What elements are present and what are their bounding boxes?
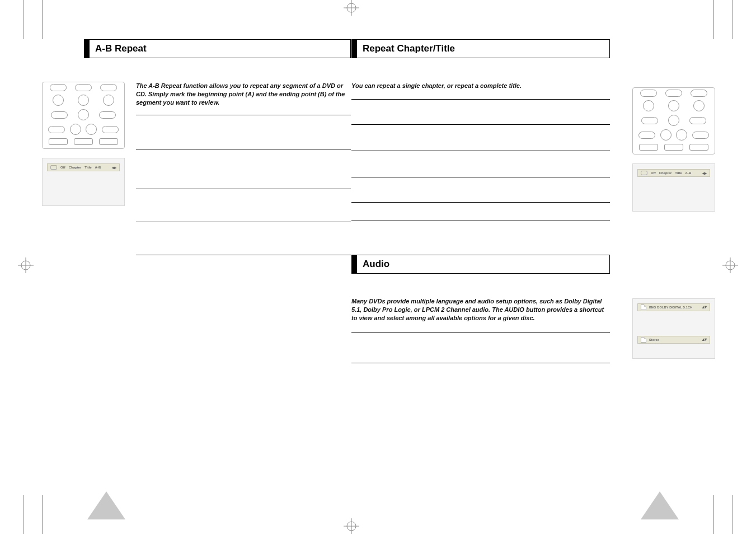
step-rule <box>136 222 351 222</box>
section-title-repeat-chapter: Repeat Chapter/Title <box>351 39 610 58</box>
section-title-ab-repeat: A-B Repeat <box>84 39 351 58</box>
step-rule <box>351 332 610 332</box>
crop-mark <box>713 495 714 534</box>
step-rule <box>136 189 351 189</box>
step-rule <box>351 363 610 363</box>
audio-osd-line-2: Stereo <box>649 338 659 341</box>
crop-mark <box>24 0 24 39</box>
repeat-intro: You can repeat a single chapter, or repe… <box>351 82 610 90</box>
registration-mark-icon <box>18 257 34 273</box>
remote-illustration <box>632 87 715 154</box>
up-down-arrow-icon: ▴▾ <box>702 305 707 310</box>
step-rule <box>351 151 610 151</box>
osd-title: Title <box>675 171 682 175</box>
crop-mark <box>732 0 732 39</box>
section-title-audio: Audio <box>351 255 610 274</box>
osd-screenshot: Off Chapter Title A-B ◂▸ <box>632 163 715 212</box>
page-marker-triangle-icon <box>87 491 125 519</box>
osd-chapter: Chapter <box>69 166 82 169</box>
repeat-icon <box>50 165 57 170</box>
audio-page-icon <box>641 305 646 310</box>
title-text: A-B Repeat <box>95 43 147 54</box>
crop-mark <box>713 0 714 39</box>
up-down-arrow-icon: ▴▾ <box>702 337 707 342</box>
audio-intro: Many DVDs provide multiple language and … <box>351 297 610 322</box>
step-rule <box>136 149 351 149</box>
step-rule <box>351 124 610 125</box>
title-text: Audio <box>363 259 389 269</box>
registration-mark-icon <box>344 0 359 16</box>
repeat-icon <box>641 171 647 175</box>
remote-illustration <box>42 82 125 149</box>
crop-mark <box>732 495 732 534</box>
step-rule <box>136 115 351 115</box>
audio-osd-line-1: ENG DOLBY DIGITAL 5.1CH <box>649 306 692 309</box>
step-rule <box>351 99 610 100</box>
crop-mark <box>24 495 24 534</box>
crop-mark <box>42 495 43 534</box>
step-rule <box>351 202 610 203</box>
osd-screenshot: Off Chapter Title A-B ◂▸ <box>42 158 125 206</box>
ab-repeat-intro: The A-B Repeat function allows you to re… <box>136 82 351 107</box>
osd-title: Title <box>84 166 91 169</box>
step-rule <box>351 221 610 221</box>
audio-osd-screenshot: ENG DOLBY DIGITAL 5.1CH ▴▾ Stereo ▴▾ <box>632 298 715 359</box>
osd-chapter: Chapter <box>659 171 672 175</box>
osd-off: Off <box>651 171 656 175</box>
osd-ab: A-B <box>95 166 101 169</box>
crop-mark <box>42 0 43 39</box>
osd-off: Off <box>60 166 65 169</box>
registration-mark-icon <box>344 518 359 534</box>
step-rule <box>351 177 610 177</box>
left-right-arrow-icon: ◂▸ <box>702 171 707 176</box>
right-page: Repeat Chapter/Title You can repeat a si… <box>351 39 715 495</box>
left-right-arrow-icon: ◂▸ <box>112 165 116 170</box>
osd-ab: A-B <box>685 171 692 175</box>
title-text: Repeat Chapter/Title <box>363 43 455 54</box>
audio-page-icon <box>641 337 646 343</box>
step-rule <box>136 255 351 255</box>
page-marker-triangle-icon <box>641 491 679 519</box>
left-page: A-B Repeat Off Chapter Title A-B ◂▸ <box>42 39 351 495</box>
registration-mark-icon <box>722 257 738 273</box>
